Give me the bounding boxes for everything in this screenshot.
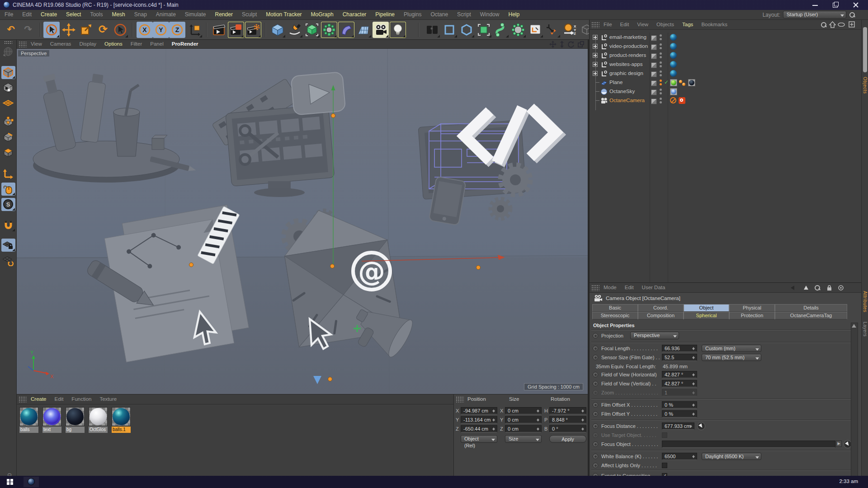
make-editable-button[interactable] [1,45,15,58]
rotate-button[interactable]: ⟳ [95,22,111,38]
menu-window[interactable]: Window [476,10,504,19]
material-tag[interactable] [688,79,695,86]
visibility-dots[interactable] [660,98,662,104]
expand-right-icon[interactable]: ▶ [836,441,842,447]
menu-animate[interactable]: Animate [151,10,180,19]
size-z-input[interactable]: 0 cm [505,425,542,432]
menu-render[interactable]: Render [211,10,237,19]
menu-file[interactable]: File [0,10,18,19]
menu-sculpt[interactable]: Sculpt [237,10,261,19]
coordinate-system-button[interactable] [186,22,203,38]
visibility-dots[interactable] [660,52,662,59]
edges-mode-button[interactable] [1,131,15,144]
focus-object-input[interactable] [662,441,835,448]
lock-x-button[interactable]: X [137,22,153,38]
cage-cube-button[interactable] [476,22,492,38]
undo-button[interactable]: ↶ [3,22,19,38]
layer-chip[interactable] [651,44,657,50]
mat-menu-create[interactable]: Create [27,394,51,404]
workplane-button[interactable] [1,254,15,267]
focus-distance-input[interactable]: 677.933 cm [662,422,694,430]
layer-chip[interactable] [651,35,657,41]
object-row-octanecamera[interactable]: OctaneCamera [590,96,861,105]
viewport[interactable]: @ Y X [17,49,588,394]
size-x-input[interactable]: 0 cm [505,407,542,414]
deformer-button[interactable] [338,22,354,38]
display-pair-button[interactable] [424,22,440,38]
menu-script[interactable]: Script [453,10,476,19]
search-icon[interactable] [849,12,855,18]
render-view-button[interactable] [211,22,227,38]
tab-object[interactable]: Object [684,304,729,312]
soft-spline-button[interactable] [493,22,509,38]
menu-mograph[interactable]: MoGraph [307,10,338,19]
spinner[interactable] [492,408,496,413]
graphic-design-3d[interactable] [33,73,197,183]
coord-mode-dropdown[interactable]: Object (Rel) [461,435,497,443]
spinner[interactable] [581,408,585,413]
xyz-axis-button[interactable]: XYZ [561,22,578,38]
draw-spline-button[interactable] [287,22,303,38]
anim-knob[interactable] [593,423,598,429]
spinner[interactable] [692,381,696,386]
layer-chip[interactable] [651,71,657,77]
up-arrow-icon[interactable] [803,285,809,291]
sky-tag[interactable] [670,88,677,95]
tab-details[interactable]: Details [775,304,847,312]
video-production-3d[interactable] [212,72,346,197]
workplane-frame-button[interactable] [527,22,543,38]
menu-tools[interactable]: Tools [85,10,107,19]
live-selection-button[interactable] [43,22,60,38]
menu-motion-tracker[interactable]: Motion Tracker [261,10,306,19]
spinner[interactable] [581,426,585,432]
am-menu-mode[interactable]: Mode [599,283,621,292]
snap-button[interactable] [1,219,15,232]
layer-chip[interactable] [651,99,657,104]
affect-lights-checkbox[interactable] [662,463,667,468]
floor-button[interactable] [355,22,372,38]
spinner[interactable] [492,426,496,432]
anim-knob[interactable] [593,372,598,377]
menu-simulate[interactable]: Simulate [180,10,211,19]
material-octglos[interactable]: OctGlos [89,407,108,433]
scale-button[interactable] [78,22,94,38]
move-button[interactable] [61,22,77,38]
dock-tab-layers[interactable]: Layers [863,322,868,337]
texture-tag[interactable] [670,52,677,59]
spinner[interactable] [692,402,696,408]
om-menu-tags[interactable]: Tags [678,20,697,29]
anim-knob[interactable] [593,402,598,408]
texture-tag[interactable] [670,34,677,41]
expand-icon[interactable] [593,35,598,40]
attribute-grip[interactable] [591,285,599,291]
viewport-solo-button[interactable]: S [1,198,15,211]
fov-horizontal-input[interactable]: 42.827 ° [662,371,697,378]
spinner[interactable] [492,417,496,422]
spinner[interactable] [536,426,540,432]
viewport-grip[interactable] [19,41,27,47]
sensor-size-preset[interactable]: 70 mm (52.5 mm) [702,354,761,361]
splitter[interactable] [588,40,589,476]
film-offset-y-input[interactable]: 0 % [662,410,697,418]
spinner[interactable] [536,417,540,422]
dock-tab-objects[interactable]: Objects [863,77,868,94]
visibility-dots[interactable] [660,34,662,41]
tab-basic[interactable]: Basic [592,304,638,312]
render-settings-button[interactable] [245,22,261,38]
menu-pipeline[interactable]: Pipeline [371,10,399,19]
maximize-button[interactable] [826,0,844,10]
tab-spherical[interactable]: Spherical [684,312,729,319]
expand-icon[interactable] [593,44,598,49]
material-grip[interactable] [19,396,27,403]
hexagon-outline-button[interactable] [458,22,475,38]
spinner[interactable] [689,423,693,429]
tweak-mouse-button[interactable] [1,183,15,196]
mat-menu-edit[interactable]: Edit [51,394,68,404]
tab-composition[interactable]: Composition [638,312,684,319]
spinner[interactable] [692,411,696,417]
pick-cursor-icon[interactable] [697,422,705,430]
scroll-up-icon[interactable] [852,324,856,328]
websites-apps-3d[interactable] [418,108,558,225]
menu-help[interactable]: Help [504,10,524,19]
target-icon[interactable] [838,285,844,291]
